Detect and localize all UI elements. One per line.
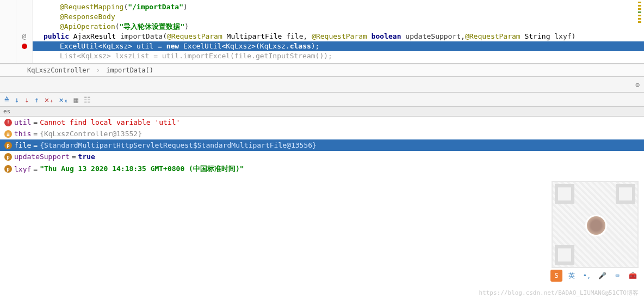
watermark: https://blog.csdn.net/BADAO_LIUMANG@51CT…: [479, 289, 639, 297]
breakpoint-gutter[interactable]: @: [16, 0, 33, 63]
keyboard-icon[interactable]: ⌨: [611, 270, 623, 282]
gear-icon[interactable]: ⚙: [635, 81, 640, 89]
variable-row[interactable]: p lxyf = "Thu Aug 13 2020 14:18:35 GMT+0…: [0, 162, 644, 175]
code-area[interactable]: @RequestMapping("/importData") @Response…: [33, 0, 644, 63]
calculator-icon[interactable]: ▦: [73, 95, 78, 104]
code-line[interactable]: List<KqLxsz> lxszList = util.importExcel…: [33, 51, 644, 61]
arrow-down-red-icon[interactable]: ↓: [24, 95, 29, 104]
code-line[interactable]: public AjaxResult importData(@RequestPar…: [33, 32, 644, 41]
layout-icon[interactable]: ☷: [84, 95, 91, 104]
variable-row[interactable]: p updateSupport = true: [0, 151, 644, 162]
punct-icon[interactable]: •,: [581, 270, 593, 282]
remove-all-icon[interactable]: ✕ₓ: [59, 95, 69, 104]
code-line[interactable]: @RequestMapping("/importData"): [33, 2, 644, 12]
ime-lang-icon[interactable]: 英: [566, 270, 578, 282]
tab-strip[interactable]: es: [0, 107, 644, 117]
debug-toolbar: ⚙: [0, 76, 644, 93]
code-editor[interactable]: @ @RequestMapping("/importData") @Respon…: [0, 0, 644, 64]
object-badge-icon: ≡: [4, 130, 12, 138]
chevron-right-icon: ›: [96, 66, 100, 74]
system-tray: S 英 •, 🎤 ⌨ 🧰: [550, 270, 639, 282]
mic-icon[interactable]: 🎤: [596, 270, 608, 282]
marker-stripe: [638, 2, 642, 25]
variables-panel[interactable]: ! util = Cannot find local variable 'uti…: [0, 117, 644, 175]
param-badge-icon: p: [4, 165, 12, 173]
sogou-ime-icon[interactable]: S: [550, 270, 562, 282]
breadcrumb-method[interactable]: importData(): [106, 66, 153, 74]
param-badge-icon: p: [4, 153, 12, 161]
variable-row[interactable]: ≡ this = {KqLxszController@13552}: [0, 128, 644, 139]
breakpoint-icon[interactable]: [22, 44, 27, 49]
avatar-icon: [585, 215, 607, 236]
breadcrumb[interactable]: KqLxszController › importData(): [0, 64, 644, 76]
code-line[interactable]: @ResponseBody: [33, 12, 644, 22]
new-watch-icon[interactable]: ≙: [4, 95, 9, 104]
param-badge-icon: p: [4, 142, 12, 149]
line-number-gutter: [0, 0, 16, 63]
arrow-down-icon[interactable]: ↓: [14, 95, 18, 104]
error-badge-icon: !: [4, 119, 12, 126]
code-line-current[interactable]: ExcelUtil<KqLxsz> util = new ExcelUtil<K…: [33, 41, 644, 51]
remove-icon[interactable]: ✕₊: [45, 95, 54, 104]
watch-toolbar: ≙ ↓ ↓ ↑ ✕₊ ✕ₓ ▦ ☷: [0, 93, 644, 107]
toolbox-icon[interactable]: 🧰: [627, 270, 639, 282]
variable-row[interactable]: ! util = Cannot find local variable 'uti…: [0, 117, 644, 128]
code-line[interactable]: @ApiOperation("导入轮休设置数据"): [33, 22, 644, 32]
qrcode-overlay: [552, 181, 639, 268]
breadcrumb-class[interactable]: KqLxszController: [27, 66, 90, 74]
arrow-up-icon[interactable]: ↑: [34, 95, 39, 104]
variable-row-selected[interactable]: p file = {StandardMultipartHttpServletRe…: [0, 139, 644, 151]
